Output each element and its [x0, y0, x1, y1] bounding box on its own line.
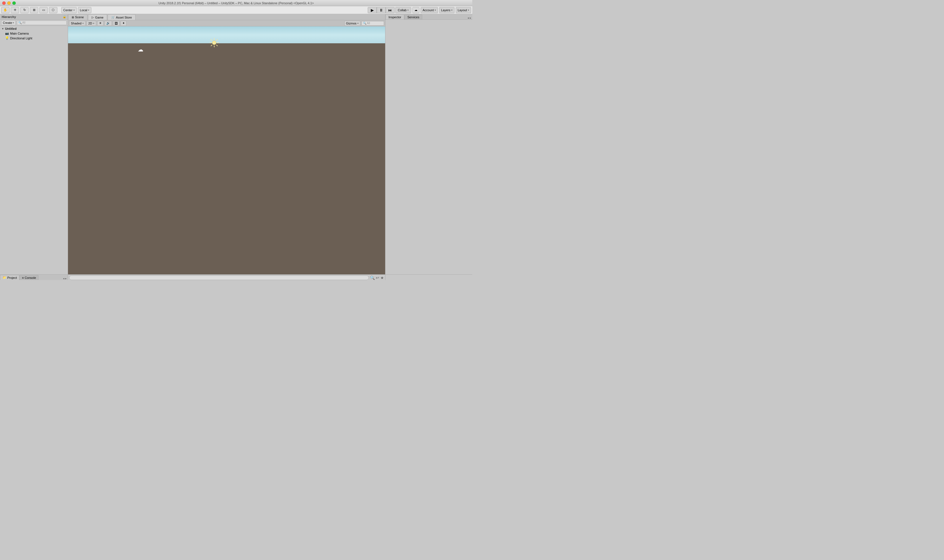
scene-view[interactable]: ☁ [68, 26, 385, 274]
scene-search-icon: 🔍 [363, 22, 366, 25]
center-button[interactable]: Center ▾ [61, 7, 77, 13]
svg-line-5 [211, 39, 212, 41]
rect-icon: ▭ [42, 8, 46, 12]
scale-tool-button[interactable]: ⊞ [30, 7, 38, 13]
hand-tool-button[interactable]: ✋ [1, 7, 9, 13]
game-tab-label: Game [95, 16, 103, 19]
hierarchy-search-box[interactable]: 🔍 All [17, 20, 67, 25]
rect-tool-button[interactable]: ▭ [39, 7, 48, 13]
hierarchy-item-main-camera[interactable]: 📷 Main Camera [0, 31, 67, 36]
layers-button[interactable]: Layers ▾ [439, 7, 455, 13]
toolbar-right: Collab ▾ ☁ Account ▾ Layers ▾ Layout ▾ [395, 7, 471, 13]
account-button[interactable]: Account ▾ [421, 7, 438, 13]
scene-toolbar-right: Gizmos ▾ 🔍 All [344, 21, 384, 26]
skybox-icon: 🖼 [115, 22, 118, 25]
svg-line-6 [216, 45, 218, 46]
hierarchy-camera-icon: 📷 [5, 31, 9, 35]
close-button[interactable] [2, 2, 6, 5]
maximize-button[interactable] [12, 2, 16, 5]
hierarchy-item-directional-light[interactable]: 💡 Directional Light [0, 36, 67, 40]
toolbar-left: ✋ ✛ ↻ ⊞ ▭ ⬡ Center ▾ Local ▾ [1, 7, 367, 13]
center-dropdown-icon: ▾ [73, 9, 75, 12]
inspector-collapse-icon[interactable]: ◂ [467, 16, 469, 19]
lighting-toggle[interactable]: ☀ [97, 21, 103, 26]
hierarchy-toolbar: Create ▾ 🔍 All [0, 20, 68, 26]
move-tool-button[interactable]: ✛ [11, 7, 19, 13]
cloud-button[interactable]: ☁ [412, 7, 420, 13]
asset-store-label: Asset Store [116, 16, 132, 19]
minimize-button[interactable] [7, 2, 11, 5]
rotate-tool-button[interactable]: ↻ [20, 7, 29, 13]
layout-label: Layout [458, 8, 467, 12]
pause-button[interactable]: ⏸ [377, 7, 386, 13]
asset-store-icon: 🛒 [111, 16, 115, 19]
toolbar: ✋ ✛ ↻ ⊞ ▭ ⬡ Center ▾ Local ▾ ▶ ⏸ ⏭ [0, 6, 472, 14]
play-button[interactable]: ▶ [368, 7, 377, 13]
collab-button[interactable]: Collab ▾ [395, 7, 411, 13]
scene-tab-label: Scene [75, 15, 84, 19]
layers-label: Layers [441, 8, 450, 12]
project-tab-label: Project [7, 276, 17, 280]
assets-search-input[interactable] [69, 275, 369, 280]
services-tab-label: Services [407, 15, 419, 19]
bottom-area: 📁 Project ≡ Console ◂ ▸ Create ▾ ▼ Favor… [0, 274, 472, 280]
center-label: Center [63, 8, 72, 12]
scene-tab[interactable]: ⊞ Scene [68, 14, 88, 20]
fx-toggle[interactable]: ✦ [121, 21, 126, 26]
audio-toggle[interactable]: 🔊 [105, 21, 112, 26]
scale-icon: ⊞ [32, 8, 36, 12]
scene-tab-icon: ⊞ [72, 16, 74, 19]
hierarchy-create-button[interactable]: Create ▾ [1, 20, 16, 25]
hierarchy-light-icon: 💡 [5, 36, 9, 40]
project-tab-bar: 📁 Project ≡ Console ◂ ▸ [0, 275, 68, 280]
inspector-tab-label: Inspector [389, 15, 401, 19]
main-layout: Hierarchy 🔒 Create ▾ 🔍 All ▼ Untitled 📷 … [0, 14, 472, 274]
hierarchy-panel: Hierarchy 🔒 Create ▾ 🔍 All ▼ Untitled 📷 … [0, 14, 68, 274]
svg-point-0 [212, 41, 216, 45]
fx-icon: ✦ [122, 22, 125, 25]
play-controls: ▶ ⏸ ⏭ [368, 7, 395, 13]
hierarchy-lock-icon[interactable]: 🔒 [63, 15, 66, 18]
search-submit-icon[interactable]: 🔍 [370, 275, 375, 280]
cloud-icon: ☁ [138, 46, 143, 53]
svg-line-8 [211, 45, 212, 46]
asset-store-tab[interactable]: 🛒 Asset Store [108, 14, 135, 20]
inspector-bottom-panel [385, 275, 472, 280]
project-tab[interactable]: 📁 Project [0, 275, 19, 280]
scene-search[interactable]: 🔍 All [361, 21, 384, 26]
hierarchy-create-label: Create [3, 21, 12, 25]
layout-button[interactable]: Layout ▾ [456, 7, 471, 13]
shading-mode-label: Shaded [71, 22, 81, 25]
local-button[interactable]: Local ▾ [78, 7, 91, 13]
inspector-tab[interactable]: Inspector [386, 14, 404, 19]
project-collapse-icon[interactable]: ◂ [63, 277, 65, 280]
hierarchy-header: Hierarchy 🔒 [0, 14, 68, 20]
audio-icon: 🔊 [106, 22, 110, 25]
gizmos-dropdown[interactable]: Gizmos ▾ [344, 21, 360, 26]
refresh-icon[interactable]: ↩ [376, 275, 379, 280]
sun-icon [210, 38, 219, 47]
project-expand-icon[interactable]: ▸ [65, 277, 67, 280]
favorite-icon[interactable]: ★ [380, 275, 384, 280]
hierarchy-content: ▼ Untitled 📷 Main Camera 💡 Directional L… [0, 26, 68, 274]
hierarchy-item-untitled[interactable]: ▼ Untitled [0, 26, 67, 31]
game-tab[interactable]: ▷ Game [88, 14, 107, 20]
move-icon: ✛ [13, 8, 17, 12]
hierarchy-directional-light-label: Directional Light [10, 37, 32, 40]
step-button[interactable]: ⏭ [386, 7, 395, 13]
project-folder-icon: 📁 [3, 276, 6, 280]
scene-tab-bar: ⊞ Scene ▷ Game 🛒 Asset Store [68, 14, 385, 20]
dimension-mode-dropdown[interactable]: 2D ▾ [86, 21, 96, 26]
skybox-toggle[interactable]: 🖼 [113, 21, 120, 26]
shading-mode-dropdown[interactable]: Shaded ▾ [69, 21, 86, 26]
services-tab[interactable]: Services [404, 14, 422, 19]
inspector-close-icon[interactable]: ▸ [470, 16, 471, 19]
console-tab[interactable]: ≡ Console [19, 275, 38, 280]
hierarchy-search-all: All [22, 21, 25, 24]
game-tab-icon: ▷ [92, 16, 94, 19]
custom-tool-button[interactable]: ⬡ [49, 7, 57, 13]
scene-toolbar: Shaded ▾ 2D ▾ ☀ 🔊 🖼 ✦ Gizmos [68, 20, 385, 26]
hierarchy-title: Hierarchy [2, 15, 16, 18]
custom-icon: ⬡ [51, 8, 55, 12]
window-controls[interactable] [2, 2, 16, 5]
